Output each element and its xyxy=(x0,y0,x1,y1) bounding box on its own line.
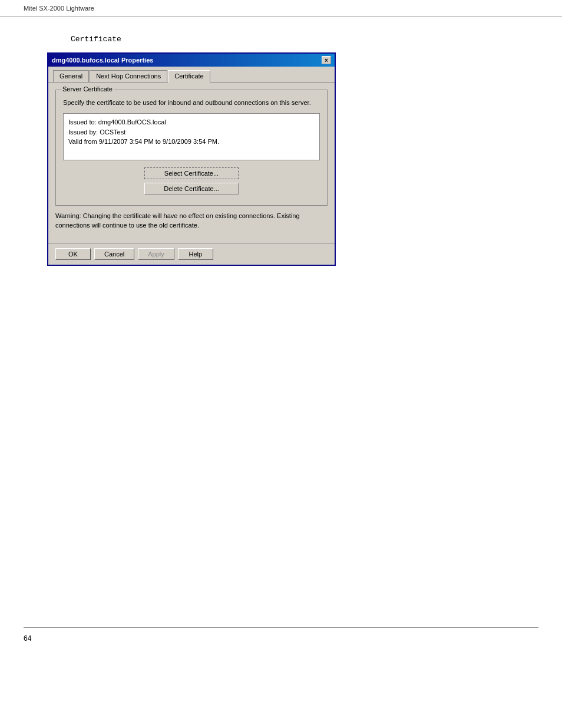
footer-line xyxy=(24,627,538,628)
cert-description: Specify the certificate to be used for i… xyxy=(63,98,320,107)
delete-certificate-button[interactable]: Delete Certificate... xyxy=(144,183,239,195)
tab-next-hop-connections[interactable]: Next Hop Connections xyxy=(90,70,167,82)
page-header: Mitel SX-2000 Lightware xyxy=(0,0,562,17)
dialog-title: dmg4000.bufocs.local Properties xyxy=(52,57,153,64)
cert-buttons: Select Certificate... Delete Certificate… xyxy=(63,167,320,195)
dialog-tabs: General Next Hop Connections Certificate xyxy=(48,67,335,83)
dialog-body: Server Certificate Specify the certifica… xyxy=(48,83,335,243)
page-number: 64 xyxy=(24,634,31,643)
section-label: Certificate xyxy=(71,35,538,44)
warning-text: Warning: Changing the certificate will h… xyxy=(55,212,328,230)
header-text: Mitel SX-2000 Lightware xyxy=(24,5,94,12)
cert-issued-by: Issued by: OCSTest xyxy=(68,127,315,137)
page-content: Certificate dmg4000.bufocs.local Propert… xyxy=(0,17,562,284)
ok-button[interactable]: OK xyxy=(55,248,91,260)
dialog-window: dmg4000.bufocs.local Properties × Genera… xyxy=(47,52,336,266)
select-certificate-button[interactable]: Select Certificate... xyxy=(144,167,239,179)
help-button[interactable]: Help xyxy=(178,248,213,260)
server-certificate-group: Server Certificate Specify the certifica… xyxy=(55,90,328,206)
apply-button[interactable]: Apply xyxy=(138,248,174,260)
tab-certificate[interactable]: Certificate xyxy=(168,70,210,83)
tab-general[interactable]: General xyxy=(53,70,89,82)
cert-valid-period: Valid from 9/11/2007 3:54 PM to 9/10/200… xyxy=(68,137,315,147)
cert-info-box: Issued to: dmg4000.BufOCS.local Issued b… xyxy=(63,113,320,160)
dialog-titlebar: dmg4000.bufocs.local Properties × xyxy=(48,54,335,67)
dialog-footer: OK Cancel Apply Help xyxy=(48,243,335,265)
cancel-button[interactable]: Cancel xyxy=(94,248,134,260)
group-box-title: Server Certificate xyxy=(61,85,114,93)
cert-issued-to: Issued to: dmg4000.BufOCS.local xyxy=(68,117,315,127)
close-button[interactable]: × xyxy=(322,56,331,64)
